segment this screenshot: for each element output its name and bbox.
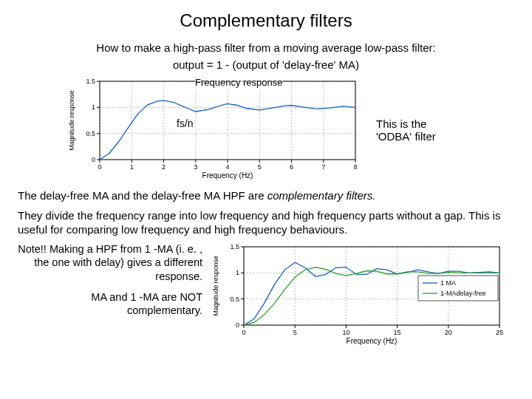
chart-1: 01234567800.511.5Frequency (Hz)Magnitude… (66, 77, 361, 183)
note-2: MA and 1 -MA are NOT complementary. (18, 290, 202, 317)
svg-text:Frequency (Hz): Frequency (Hz) (202, 171, 253, 180)
paragraph-2: They divide the frequency range into low… (18, 209, 514, 237)
svg-text:1 MA: 1 MA (440, 279, 456, 287)
note-1: Note!! Making a HPF from 1 -MA (i. e. , … (18, 242, 202, 282)
svg-text:1: 1 (236, 270, 239, 277)
svg-text:0.5: 0.5 (230, 296, 239, 303)
svg-text:0: 0 (242, 329, 245, 336)
svg-text:10: 10 (342, 329, 349, 336)
svg-text:1.5: 1.5 (230, 243, 239, 250)
odba-note: This is the 'ODBA' filter (376, 117, 465, 143)
svg-text:1: 1 (130, 163, 134, 171)
subtitle: How to make a high-pass filter from a mo… (18, 41, 514, 54)
svg-text:3: 3 (194, 163, 197, 171)
svg-text:Magnitude response: Magnitude response (68, 90, 75, 151)
paragraph-1-em: complementary filters. (267, 189, 376, 202)
svg-text:4: 4 (225, 163, 229, 171)
svg-text:0.5: 0.5 (86, 130, 95, 137)
page-title: Complementary filters (18, 10, 514, 31)
svg-text:Magnitude response: Magnitude response (212, 256, 219, 316)
svg-text:20: 20 (445, 329, 452, 336)
svg-text:Frequency (Hz): Frequency (Hz) (347, 337, 398, 345)
svg-text:15: 15 (394, 329, 401, 336)
svg-text:5: 5 (258, 163, 262, 171)
svg-text:25: 25 (496, 329, 503, 336)
svg-text:5: 5 (293, 329, 297, 336)
paragraph-1-text: The delay-free MA and the delay-free MA … (18, 189, 267, 202)
svg-text:2: 2 (162, 163, 166, 171)
svg-text:7: 7 (321, 163, 325, 171)
annotation-frequency-response: Frequency response (195, 77, 283, 88)
svg-text:1: 1 (92, 103, 95, 111)
formula-line: output = 1 - (output of 'delay-free' MA) (18, 58, 514, 71)
chart-2: 051015202500.511.5Frequency (Hz)Magnitud… (210, 242, 505, 349)
svg-text:8: 8 (353, 163, 357, 171)
svg-text:1-MAdelay-free: 1-MAdelay-free (440, 290, 486, 297)
paragraph-1: The delay-free MA and the delay-free MA … (18, 189, 514, 203)
note-block: Note!! Making a HPF from 1 -MA (i. e. , … (18, 242, 202, 317)
annotation-fsn: fs/n (177, 117, 194, 129)
svg-text:0: 0 (236, 321, 239, 329)
svg-text:0: 0 (92, 156, 95, 163)
svg-text:0: 0 (98, 163, 101, 171)
svg-text:1.5: 1.5 (86, 78, 95, 85)
svg-text:6: 6 (290, 163, 293, 171)
